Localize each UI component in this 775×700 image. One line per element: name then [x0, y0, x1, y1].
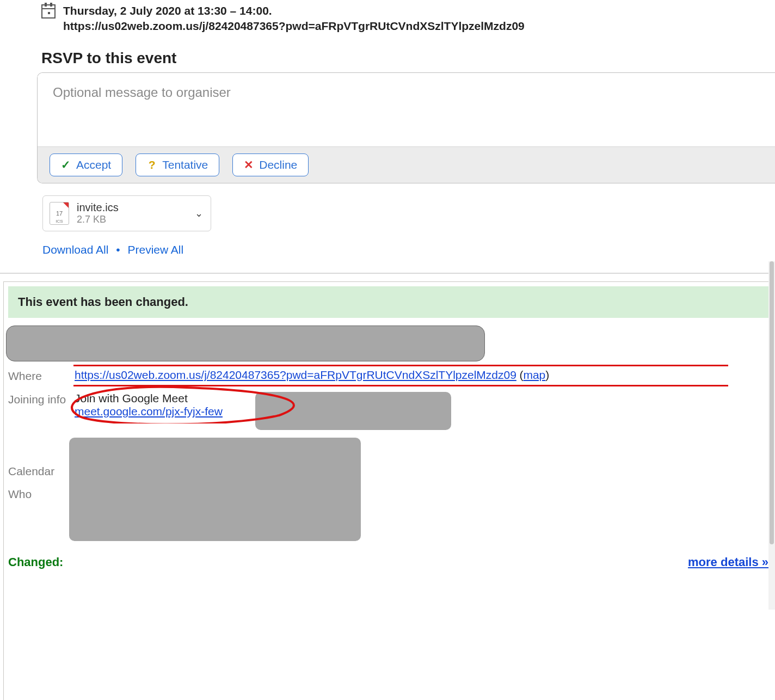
question-icon: ?: [147, 158, 157, 171]
x-icon: ✕: [244, 158, 254, 171]
where-link[interactable]: https://us02web.zoom.us/j/82420487365?pw…: [75, 369, 516, 381]
decline-button[interactable]: ✕ Decline: [232, 153, 309, 176]
scrollbar[interactable]: [768, 261, 775, 610]
calendar-label: Calendar: [8, 464, 75, 478]
horizontal-divider: [0, 273, 775, 274]
who-label: Who: [8, 487, 75, 501]
chevron-down-icon[interactable]: ⌄: [195, 207, 203, 219]
separator-dot: •: [116, 243, 120, 256]
joining-info-label: Joining info: [8, 392, 75, 406]
map-link[interactable]: map: [523, 369, 545, 381]
rsvp-button-bar: ✓ Accept ? Tentative ✕ Decline: [38, 146, 775, 183]
google-meet-link[interactable]: meet.google.com/pjx-fyjx-few: [75, 405, 223, 417]
event-date-line: Thursday, 2 July 2020 at 13:30 – 14:00.: [63, 3, 525, 19]
decline-label: Decline: [259, 158, 297, 171]
event-url-line: https://us02web.zoom.us/j/82420487365?pw…: [63, 19, 525, 34]
more-details-link[interactable]: more details »: [688, 555, 768, 569]
ics-icon-tag: ICS: [50, 219, 69, 224]
ics-icon-day: 17: [50, 210, 69, 217]
accept-label: Accept: [76, 158, 111, 171]
rsvp-heading: RSVP to this event: [41, 50, 775, 67]
calendar-icon: [41, 4, 56, 19]
changed-label: Changed:: [8, 555, 63, 569]
attachment-size: 2.7 KB: [77, 214, 119, 225]
event-changed-banner: This event has been changed.: [8, 286, 771, 318]
rsvp-message-input[interactable]: [38, 73, 775, 144]
attachment-card[interactable]: 17 ICS invite.ics 2.7 KB ⌄: [42, 195, 211, 231]
rsvp-box: ✓ Accept ? Tentative ✕ Decline: [37, 72, 775, 183]
tentative-button[interactable]: ? Tentative: [136, 153, 219, 176]
where-label: Where: [8, 369, 75, 383]
redacted-title-block: [6, 326, 485, 361]
preview-all-link[interactable]: Preview All: [127, 243, 183, 256]
event-body: This event has been changed. Where https…: [3, 281, 775, 700]
join-with-text: Join with Google Meet: [75, 392, 223, 405]
annotation-underline-bottom: [73, 385, 728, 386]
attachment-filename: invite.ics: [77, 201, 119, 214]
redacted-join-extra: [255, 392, 451, 430]
check-icon: ✓: [61, 158, 71, 171]
event-datetime-block: Thursday, 2 July 2020 at 13:30 – 14:00. …: [63, 3, 525, 34]
tentative-label: Tentative: [162, 158, 208, 171]
download-all-link[interactable]: Download All: [42, 243, 108, 256]
ics-file-icon: 17 ICS: [50, 202, 69, 225]
accept-button[interactable]: ✓ Accept: [50, 153, 122, 176]
